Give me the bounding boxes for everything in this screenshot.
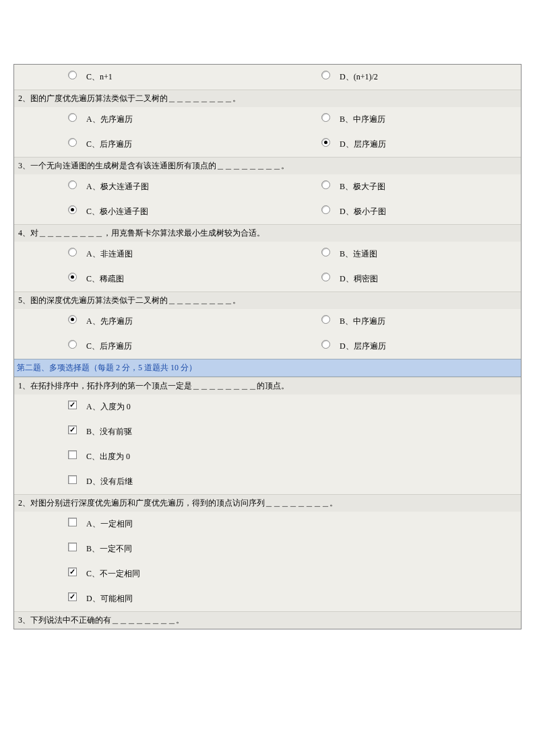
option-label: A、先序遍历 [86,114,133,125]
mq1-options: A、入度为 0 B、没有前驱 C、出度为 0 D、没有后继 [14,394,521,494]
q4-options: A、非连通图 B、连通图 C、稀疏图 D、稠密图 [14,242,521,291]
radio-icon[interactable] [68,273,77,281]
checkbox-icon[interactable] [68,425,77,434]
option-label: B、极大子图 [340,181,385,193]
option-label: B、中序遍历 [340,316,385,327]
q2-text: 2、图的广度优先遍历算法类似于二叉树的＿＿＿＿＿＿＿＿。 [14,90,521,107]
radio-icon[interactable] [321,71,330,79]
option-label: D、稠密图 [340,273,378,285]
option-label: D、极小子图 [340,206,386,217]
mq1-opt-c[interactable]: C、出度为 0 [14,444,521,469]
q3-text: 3、一个无向连通图的生成树是含有该连通图所有顶点的＿＿＿＿＿＿＿＿。 [14,157,521,174]
q3-options: A、极大连通子图 B、极大子图 C、极小连通子图 D、极小子图 [14,174,521,224]
q5-opt-c[interactable]: C、后序遍历 [14,334,268,359]
radio-icon[interactable] [321,180,330,189]
radio-icon[interactable] [68,71,77,79]
mq2-opt-a[interactable]: A、一定相同 [14,512,521,537]
option-label: C、极小连通子图 [86,206,148,217]
q3-opt-a[interactable]: A、极大连通子图 [14,174,268,199]
radio-icon[interactable] [321,273,330,281]
q5-opt-d[interactable]: D、层序遍历 [268,334,521,359]
q1-opt-d[interactable]: D、(n+1)/2 [268,65,521,90]
option-label: B、中序遍历 [340,114,385,125]
radio-icon[interactable] [321,205,330,214]
radio-icon[interactable] [68,180,77,189]
option-label: D、可能相同 [86,593,133,605]
radio-icon[interactable] [68,113,77,122]
option-label: D、没有后继 [86,476,133,487]
radio-icon[interactable] [68,205,77,214]
mq1-text: 1、在拓扑排序中，拓扑序列的第一个顶点一定是＿＿＿＿＿＿＿＿的顶点。 [14,377,521,394]
checkbox-icon[interactable] [68,450,77,459]
radio-icon[interactable] [321,113,330,122]
checkbox-icon[interactable] [68,518,77,526]
checkbox-icon[interactable] [68,543,77,551]
option-label: D、层序遍历 [340,139,386,150]
mq3-text: 3、下列说法中不正确的有＿＿＿＿＿＿＿＿。 [14,611,521,629]
q4-text: 4、对＿＿＿＿＿＿＿＿，用克鲁斯卡尔算法求最小生成树较为合适。 [14,224,521,242]
radio-icon[interactable] [321,248,330,256]
option-label: C、n+1 [86,71,113,83]
option-label: A、先序遍历 [86,316,133,327]
option-label: D、层序遍历 [340,341,386,352]
option-label: A、极大连通子图 [86,181,149,193]
checkbox-icon[interactable] [68,592,77,601]
checkbox-icon[interactable] [68,401,77,409]
q4-opt-a[interactable]: A、非连通图 [14,242,268,267]
option-label: A、一定相同 [86,518,133,530]
q3-opt-b[interactable]: B、极大子图 [268,174,521,199]
q1-opt-c[interactable]: C、n+1 [14,65,268,90]
option-label: C、后序遍历 [86,139,132,150]
option-label: B、一定不同 [86,543,132,555]
option-label: D、(n+1)/2 [340,71,378,83]
q3-opt-c[interactable]: C、极小连通子图 [14,199,268,224]
q4-opt-b[interactable]: B、连通图 [268,242,521,267]
mq2-opt-c[interactable]: C、不一定相同 [14,561,521,586]
mq1-opt-a[interactable]: A、入度为 0 [14,394,521,419]
q2-opt-c[interactable]: C、后序遍历 [14,132,268,157]
checkbox-icon[interactable] [68,568,77,576]
option-label: C、出度为 0 [86,451,130,462]
q5-options: A、先序遍历 B、中序遍历 C、后序遍历 D、层序遍历 [14,309,521,359]
mq2-text: 2、对图分别进行深度优先遍历和广度优先遍历，得到的顶点访问序列＿＿＿＿＿＿＿＿。 [14,494,521,512]
radio-icon[interactable] [321,340,330,349]
mq2-opt-d[interactable]: D、可能相同 [14,586,521,611]
q2-opt-d[interactable]: D、层序遍历 [268,132,521,157]
radio-icon[interactable] [68,315,77,324]
q4-opt-c[interactable]: C、稀疏图 [14,267,268,291]
mq2-options: A、一定相同 B、一定不同 C、不一定相同 D、可能相同 [14,512,521,611]
option-label: C、不一定相同 [86,568,140,580]
q4-opt-d[interactable]: D、稠密图 [268,267,521,291]
radio-icon[interactable] [68,248,77,256]
section2-header: 第二题、多项选择题（每题 2 分，5 道题共 10 分） [14,359,521,377]
q1-options: C、n+1 D、(n+1)/2 [14,65,521,90]
exam-container: C、n+1 D、(n+1)/2 2、图的广度优先遍历算法类似于二叉树的＿＿＿＿＿… [13,64,522,629]
q2-opt-a[interactable]: A、先序遍历 [14,107,268,132]
option-label: C、稀疏图 [86,273,124,285]
option-label: B、没有前驱 [86,426,132,438]
q5-text: 5、图的深度优先遍历算法类似于二叉树的＿＿＿＿＿＿＿＿。 [14,291,521,309]
radio-icon[interactable] [321,138,330,147]
checkbox-icon[interactable] [68,475,77,484]
option-label: C、后序遍历 [86,341,132,352]
mq1-opt-b[interactable]: B、没有前驱 [14,419,521,444]
radio-icon[interactable] [68,340,77,349]
option-label: B、连通图 [340,248,377,260]
option-label: A、非连通图 [86,248,133,260]
q2-opt-b[interactable]: B、中序遍历 [268,107,521,132]
q5-opt-b[interactable]: B、中序遍历 [268,309,521,334]
q5-opt-a[interactable]: A、先序遍历 [14,309,268,334]
mq2-opt-b[interactable]: B、一定不同 [14,537,521,561]
radio-icon[interactable] [68,138,77,147]
q3-opt-d[interactable]: D、极小子图 [268,199,521,224]
radio-icon[interactable] [321,315,330,324]
mq1-opt-d[interactable]: D、没有后继 [14,469,521,494]
option-label: A、入度为 0 [86,401,131,413]
q2-options: A、先序遍历 B、中序遍历 C、后序遍历 D、层序遍历 [14,107,521,157]
